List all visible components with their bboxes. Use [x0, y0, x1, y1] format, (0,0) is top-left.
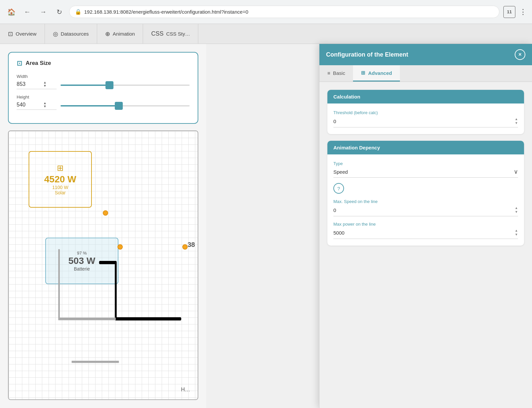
help-button[interactable]: ?	[333, 183, 344, 194]
modal-content: Calculation Threshold (before calc) ▲ ▼	[319, 82, 532, 408]
back-button[interactable]: ←	[21, 6, 33, 18]
modal-title: Configuration of the Element	[326, 51, 408, 58]
tab-datasources[interactable]: ◎ Datasources	[45, 24, 97, 44]
canvas-preview: ⊞ 4520 W 1100 W Solar 97 % 503 W Batteri…	[8, 130, 198, 400]
area-size-title: ⊡ Area Size	[17, 59, 190, 67]
tab-advanced[interactable]: ⊞ Advanced	[353, 65, 400, 82]
threshold-field: Threshold (before calc) ▲ ▼	[333, 110, 518, 127]
lock-icon: 🔒	[75, 9, 82, 15]
width-label: Width	[17, 74, 190, 79]
home-button[interactable]: 🏠	[5, 6, 17, 18]
threshold-input[interactable]	[333, 118, 515, 124]
modal-header: Configuration of the Element ×	[319, 44, 532, 65]
modal-close-button[interactable]: ×	[515, 49, 525, 60]
animation-depency-section: Animation Depency Type Speed ∨ ?	[327, 141, 524, 246]
app-tabs: ⊡ Overview ◎ Datasources ⊕ Animation CSS…	[0, 24, 532, 44]
left-panel: ⊡ Area Size Width ▲ ▼	[0, 44, 206, 408]
tab-css[interactable]: CSS CSS Sty…	[143, 24, 198, 44]
max-power-field: Max power on the line ▲ ▼	[333, 222, 518, 239]
type-chevron-icon[interactable]: ∨	[514, 168, 518, 175]
height-value[interactable]	[17, 102, 43, 108]
tab-count[interactable]: 11	[503, 6, 515, 18]
address-bar[interactable]: 🔒 192.168.138.91:8082/energiefluss-erwei…	[69, 6, 499, 18]
calculation-section: Calculation Threshold (before calc) ▲ ▼	[327, 90, 524, 134]
max-power-spinner[interactable]: ▲ ▼	[515, 229, 518, 237]
type-select-row[interactable]: Speed ∨	[333, 168, 518, 178]
animation-icon: ⊕	[105, 30, 110, 38]
threshold-input-row: ▲ ▼	[333, 117, 518, 127]
area-size-card: ⊡ Area Size Width ▲ ▼	[8, 52, 198, 124]
forward-button[interactable]: →	[37, 6, 49, 18]
height-label: Height	[17, 95, 190, 100]
height-field: Height ▲ ▼	[17, 95, 190, 110]
animation-depency-body: Type Speed ∨ ? Max. Speed on the line	[327, 154, 524, 246]
right-label: H…	[181, 387, 198, 393]
max-speed-input[interactable]	[333, 207, 515, 213]
threshold-label: Threshold (before calc)	[333, 110, 518, 115]
max-speed-label: Max. Speed on the line	[333, 199, 518, 204]
more-button[interactable]: ⋮	[519, 8, 527, 16]
tab-overview[interactable]: ⊡ Overview	[0, 24, 45, 44]
main-area: ⊡ Area Size Width ▲ ▼	[0, 44, 532, 408]
overview-icon: ⊡	[8, 30, 13, 38]
advanced-tab-icon: ⊞	[361, 70, 365, 76]
basic-tab-icon: ≡	[327, 70, 330, 76]
height-spinner[interactable]: ▲ ▼	[43, 102, 47, 108]
threshold-spinner[interactable]: ▲ ▼	[515, 117, 518, 125]
width-spinner[interactable]: ▲ ▼	[43, 81, 47, 88]
browser-chrome: 🏠 ← → ↻ 🔒 192.168.138.91:8082/energieflu…	[0, 0, 532, 24]
area-size-icon: ⊡	[17, 59, 22, 67]
css-icon: CSS	[151, 30, 163, 37]
max-power-input[interactable]	[333, 230, 515, 236]
width-field: Width ▲ ▼	[17, 74, 190, 89]
url-text: 192.168.138.91:8082/energiefluss-erweite…	[84, 9, 248, 15]
width-slider[interactable]	[61, 85, 190, 86]
max-speed-input-row: ▲ ▼	[333, 206, 518, 216]
config-modal: Configuration of the Element × ≡ Basic ⊞…	[319, 44, 532, 408]
dot-2	[117, 244, 123, 250]
tab-basic[interactable]: ≡ Basic	[319, 65, 353, 82]
max-speed-field: Max. Speed on the line ▲ ▼	[333, 199, 518, 216]
type-field: Type Speed ∨	[333, 161, 518, 178]
height-input[interactable]: ▲ ▼	[17, 102, 57, 110]
animation-depency-header: Animation Depency	[327, 141, 524, 154]
max-power-label: Max power on the line	[333, 222, 518, 227]
dot-3	[182, 244, 188, 250]
height-slider[interactable]	[61, 105, 190, 106]
max-power-input-row: ▲ ▼	[333, 229, 518, 239]
width-input[interactable]: ▲ ▼	[17, 81, 57, 89]
type-value: Speed	[333, 169, 514, 175]
refresh-button[interactable]: ↻	[53, 6, 65, 18]
calculation-header: Calculation	[327, 90, 524, 103]
max-speed-spinner[interactable]: ▲ ▼	[515, 206, 518, 214]
dot-1	[103, 210, 108, 216]
type-label: Type	[333, 161, 518, 166]
modal-tabs: ≡ Basic ⊞ Advanced	[319, 65, 532, 82]
calculation-body: Threshold (before calc) ▲ ▼	[327, 103, 524, 134]
tab-animation[interactable]: ⊕ Animation	[97, 24, 143, 44]
right-value: 38	[188, 241, 195, 249]
datasources-icon: ◎	[53, 30, 58, 38]
width-value[interactable]	[17, 81, 43, 87]
canvas-lines	[9, 131, 198, 399]
canvas-grid: ⊞ 4520 W 1100 W Solar 97 % 503 W Batteri…	[9, 131, 198, 399]
